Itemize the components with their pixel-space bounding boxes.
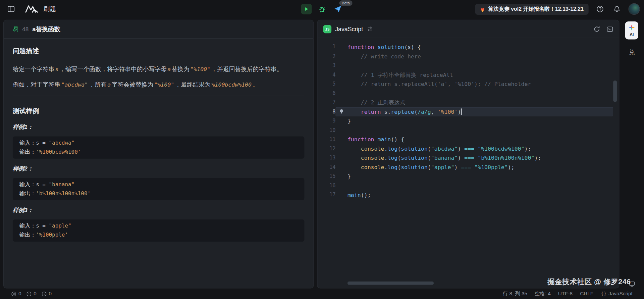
vertical-scrollbar[interactable] (613, 81, 617, 102)
braces-icon: {} (601, 291, 606, 297)
text-segment: 例如，对于字符串 (13, 81, 60, 88)
status-item[interactable]: 行 8, 列 35 (503, 290, 527, 297)
topbar-left: 刷题 (6, 4, 56, 14)
line-number: 3 (318, 61, 336, 70)
topbar-center: Beta (301, 0, 343, 18)
problem-paragraph: 例如，对于字符串"abcdwa"，所有a字符会被替换为"%100"，最终结果为%… (13, 79, 304, 90)
sample-input: 输入：s = "abcdwa" (19, 139, 298, 148)
help-icon[interactable] (595, 4, 605, 14)
inline-code: "%100" (190, 66, 211, 72)
notifications-bell-icon[interactable] (611, 4, 622, 14)
line-number: 10 (318, 126, 336, 135)
errors-count: 0 (18, 291, 21, 297)
inline-code: %100bcdw%100 (211, 81, 252, 88)
errors-indicator[interactable]: 0 (11, 291, 21, 297)
sample-block: 输入：s = "banana"输出：'b%100n%100n%100' (13, 178, 304, 200)
infos-count: 0 (49, 291, 52, 297)
app-window: 刷题 Beta 算法竞赛 vol2 开始报名啦！12.13-12.21 (0, 0, 644, 299)
topbar: 刷题 Beta 算法竞赛 vol2 开始报名啦！12.13-12.21 (0, 0, 644, 18)
line-number: 2 (318, 52, 336, 61)
infos-indicator[interactable]: 0 (42, 291, 52, 297)
sample-input-value: s = "abcdwa" (36, 139, 74, 148)
code-line[interactable]: 16 (318, 181, 619, 190)
quickfix-lightbulb-icon[interactable] (339, 109, 344, 114)
warnings-count: 0 (34, 291, 37, 297)
code-line[interactable]: 10 (318, 126, 619, 135)
sidebar-toggle-button[interactable] (6, 4, 16, 14)
code-line[interactable]: 14 console.log(solution("apple") === "%1… (318, 162, 619, 172)
reset-code-icon[interactable] (593, 26, 600, 33)
code-line[interactable]: 4 // 1 字符串全部替换 replaceAll (318, 70, 619, 80)
statusbar: 0 0 0 行 8, 列 35空格: 4UTF-8CRLF {} JavaScr… (0, 289, 644, 299)
problem-header: 易 48 a替换函数 (4, 20, 313, 39)
language-mode-label: JavaScript (608, 291, 632, 297)
horizontal-scrollbar[interactable] (347, 282, 434, 285)
sample-output-label: 输出： (19, 189, 36, 198)
run-tests-button[interactable] (317, 4, 327, 14)
info-icon (42, 291, 47, 297)
contest-banner-text: 算法竞赛 vol2 开始报名啦！12.13-12.21 (488, 5, 584, 13)
inline-code: s (54, 66, 59, 72)
code-line[interactable]: 12 console.log(solution("abcdwa") === "%… (318, 144, 619, 153)
contest-banner[interactable]: 算法竞赛 vol2 开始报名啦！12.13-12.21 (475, 3, 589, 14)
layout-switch-icon[interactable] (607, 26, 613, 33)
status-item[interactable]: 空格: 4 (535, 290, 551, 297)
sample-block: 输入：s = "apple"输出：'%100pple' (13, 219, 304, 242)
line-number: 7 (318, 98, 336, 107)
code-line[interactable]: 11function main() { (318, 135, 619, 144)
ai-assistant-button[interactable]: AI (625, 21, 638, 40)
code-line[interactable]: 9} (318, 116, 619, 126)
sample-output: 输出：'%100pple' (19, 231, 298, 240)
language-mode[interactable]: {} JavaScript (601, 291, 633, 297)
sample-output-value: 'b%100n%100n%100' (36, 189, 91, 198)
problem-title: a替换函数 (32, 25, 60, 33)
bug-icon (319, 6, 326, 13)
sample-input-label: 输入： (19, 221, 36, 231)
warning-icon (26, 291, 32, 297)
inline-code: "%100" (153, 81, 175, 88)
code-line[interactable]: 5 // return s.replaceAll('a', '%100'); /… (318, 79, 619, 89)
text-segment: ，并返回替换后的字符串。 (211, 66, 282, 72)
samples-list: 样例1：输入：s = "abcdwa"输出：'%100bcdw%100'样例2：… (13, 124, 304, 242)
topbar-right: 算法竞赛 vol2 开始报名啦！12.13-12.21 (475, 3, 640, 15)
sample-input-label: 输入： (19, 180, 36, 189)
language-label: JavaScript (335, 26, 363, 33)
code-line[interactable]: 2 // write code here (318, 52, 619, 61)
code-editor[interactable]: 1function solution(s) {2 // write code h… (318, 38, 619, 200)
redeem-icon[interactable]: 兑 (629, 48, 635, 56)
code-line[interactable]: 17main(); (318, 190, 619, 200)
user-avatar[interactable] (628, 3, 640, 15)
status-item[interactable]: UTF-8 (558, 291, 573, 297)
line-number: 13 (318, 153, 336, 163)
run-code-button[interactable] (301, 4, 312, 14)
samples-heading: 测试样例 (13, 107, 304, 115)
ai-sparkle-icon (629, 24, 635, 31)
ai-label: AI (630, 32, 634, 36)
sample-output: 输出：'b%100n%100n%100' (19, 189, 298, 198)
code-line[interactable]: 13 console.log(solution("banana") === "b… (318, 153, 619, 163)
line-number: 12 (318, 144, 336, 153)
text-segment: 替换为 (172, 66, 190, 72)
code-line[interactable]: 3 (318, 61, 619, 70)
warnings-indicator[interactable]: 0 (26, 291, 37, 297)
editor-actions (593, 26, 613, 33)
main-area: 易 48 a替换函数 问题描述 给定一个字符串s，编写一个函数，将字符串中的小写… (3, 20, 641, 289)
code-line[interactable]: 1function solution(s) { (318, 42, 619, 52)
line-number: 8 (318, 107, 336, 116)
language-switch-icon[interactable] (367, 26, 373, 32)
status-item[interactable]: CRLF (580, 291, 593, 297)
fire-icon (480, 6, 485, 12)
code-line[interactable]: 8 return s.replace(/a/g, '%100') (318, 107, 619, 116)
share-wrap: Beta (332, 4, 343, 14)
bottom-panel-icon[interactable] (629, 281, 635, 287)
app-logo-icon[interactable] (24, 4, 39, 14)
sample-input-value: s = "apple" (36, 221, 71, 231)
text-segment: ，所有 (89, 81, 107, 88)
code-line[interactable]: 7 // 2 正则表达式 (318, 98, 619, 107)
code-line[interactable]: 15} (318, 172, 619, 181)
text-segment: 字符会被替换为 (112, 81, 153, 88)
code-line[interactable]: 6 (318, 89, 619, 98)
line-number: 4 (318, 70, 336, 80)
problems-indicators: 0 0 0 (11, 291, 52, 297)
javascript-logo-icon: JS (323, 25, 331, 33)
